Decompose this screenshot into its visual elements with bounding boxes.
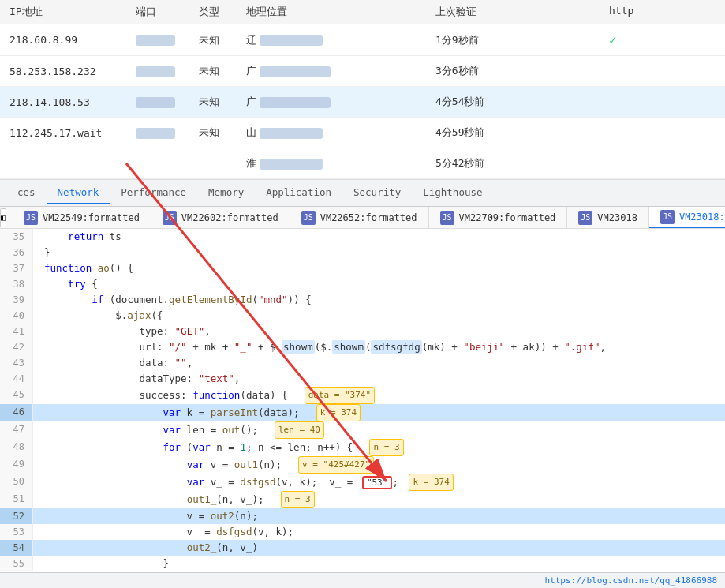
cell-verify: 4分59秒前 (426, 125, 600, 140)
table-row: 淮 5分42秒前 (0, 148, 725, 179)
source-tab-label: VM23018:form (679, 212, 725, 223)
source-tab-label: VM22549:formatted (43, 212, 140, 223)
cell-port (126, 34, 189, 47)
code-line-41: 41 type: "GET", (0, 324, 725, 339)
tab-lighthouse[interactable]: Lighthouse (412, 182, 493, 204)
cell-port (126, 65, 189, 77)
js-file-icon: JS (24, 211, 38, 225)
tab-performance[interactable]: Performance (110, 182, 197, 204)
tab-ces[interactable]: ces (6, 182, 47, 204)
code-line-48: 48 for (var n = 1; n <= len; n++) { n = … (0, 439, 725, 456)
cell-verify: 3分6秒前 (426, 64, 600, 78)
cell-type: 未知 (189, 64, 237, 78)
cell-port (126, 96, 189, 108)
col-header-port: 端口 (126, 5, 189, 19)
code-line-52: 52 v = out2(n); (0, 508, 725, 524)
code-line-55: 55 } (0, 556, 725, 571)
col-header-geo: 地理位置 (237, 5, 426, 19)
table-row: 112.245.17.wait 未知 山 4分59秒前 (0, 118, 725, 148)
cell-port (126, 126, 189, 139)
panel-toggle-button[interactable]: ◧ (0, 208, 6, 227)
code-line-43: 43 data: "", (0, 355, 725, 371)
table-header: IP地址 端口 类型 地理位置 上次验证 http (0, 0, 725, 24)
code-editor: 35 return ts 36 } 37 function ao() { 38 … (0, 229, 725, 571)
cell-type: 未知 (189, 95, 237, 109)
table-row-highlighted: 218.14.108.53 未知 广 4分54秒前 (0, 87, 725, 118)
source-tabbar: ◧ JS VM22549:formatted JS VM22602:format… (0, 207, 725, 229)
proxy-table-panel: IP地址 端口 类型 地理位置 上次验证 http 218.60.8.99 未知… (0, 0, 725, 180)
tab-application[interactable]: Application (255, 182, 342, 204)
main-wrapper: IP地址 端口 类型 地理位置 上次验证 http 218.60.8.99 未知… (0, 0, 725, 588)
source-tab-label: VM23018 (597, 212, 637, 223)
status-bar: https://blog.csdn.net/qq_41866988 (0, 572, 725, 588)
cell-geo: 淮 (237, 156, 426, 170)
js-file-icon: JS (301, 211, 316, 225)
code-line-39: 39 if (document.getElementById("mnd")) { (0, 292, 725, 308)
cell-geo: 山 (237, 125, 426, 140)
code-line-40: 40 $.ajax({ (0, 308, 725, 324)
code-line-35: 35 return ts (0, 229, 725, 245)
cell-type: 未知 (189, 33, 237, 47)
js-file-icon: JS (578, 211, 592, 225)
code-line-54: 54 out2_(n, v_) (0, 540, 725, 556)
code-line-46: 46 var k = parseInt(data); k = 374 (0, 404, 725, 421)
source-tab-vm23018f[interactable]: JS VM23018:form (649, 207, 725, 228)
col-header-ip: IP地址 (0, 5, 126, 19)
code-line-36: 36 } (0, 245, 725, 260)
source-tab-vm22602[interactable]: JS VM22602:formatted (151, 207, 290, 228)
js-file-icon: JS (163, 211, 177, 225)
source-tab-vm23018[interactable]: JS VM23018 (567, 207, 649, 228)
js-file-icon: JS (660, 210, 675, 224)
col-header-http: http (600, 5, 647, 19)
source-tab-label: VM22652:formatted (320, 212, 417, 223)
cell-ip: 218.14.108.53 (0, 96, 126, 108)
cell-http: ✓ (600, 32, 647, 47)
code-line-44: 44 dataType: "text", (0, 371, 725, 387)
cell-type: 未知 (189, 125, 237, 140)
cell-verify: 5分42秒前 (426, 156, 600, 170)
code-line-49: 49 var v = out1(n); v = "425#427" (0, 456, 725, 474)
table-row: 58.253.158.232 未知 广 3分6秒前 (0, 56, 725, 87)
cell-ip: 58.253.158.232 (0, 66, 126, 77)
code-line-53: 53 v_ = dsfgsd(v, k); (0, 524, 725, 540)
source-tab-vm22709[interactable]: JS VM22709:formatted (429, 207, 568, 228)
cell-ip: 112.245.17.wait (0, 127, 126, 139)
cell-geo: 广 (237, 64, 426, 78)
source-tab-label: VM22602:formatted (181, 212, 278, 223)
cell-geo: 辽 (237, 33, 426, 47)
source-tab-vm22652[interactable]: JS VM22652:formatted (290, 207, 429, 228)
tab-memory[interactable]: Memory (197, 182, 255, 204)
cell-geo: 广 (237, 95, 426, 109)
source-tab-vm22549[interactable]: JS VM22549:formatted (13, 207, 151, 228)
cell-verify: 1分9秒前 (426, 33, 600, 47)
tab-network[interactable]: Network (47, 182, 110, 204)
devtools-tabbar: ces Network Performance Memory Applicati… (0, 180, 725, 207)
code-line-47: 47 var len = out(); len = 40 (0, 421, 725, 439)
table-row: 218.60.8.99 未知 辽 1分9秒前 ✓ (0, 24, 725, 56)
col-header-verify: 上次验证 (426, 5, 600, 19)
code-line-50: 50 var v_ = dsfgsd(v, k); v_ = "53"; k =… (0, 474, 725, 491)
source-tab-label: VM22709:formatted (459, 212, 556, 223)
code-line-42: 42 url: "/" + mk + "_" + $.showm($.showm… (0, 339, 725, 355)
cell-ip: 218.60.8.99 (0, 34, 126, 46)
cell-verify: 4分54秒前 (426, 95, 600, 109)
js-file-icon: JS (440, 211, 454, 225)
col-header-type: 类型 (189, 5, 237, 19)
code-line-37: 37 function ao() { (0, 260, 725, 276)
code-line-51: 51 out1_(n, v_); n = 3 (0, 491, 725, 508)
code-line-45: 45 success: function(data) { data = "374… (0, 387, 725, 404)
tab-security[interactable]: Security (342, 182, 412, 204)
status-url: https://blog.csdn.net/qq_41866988 (544, 575, 717, 586)
code-line-38: 38 try { (0, 276, 725, 292)
